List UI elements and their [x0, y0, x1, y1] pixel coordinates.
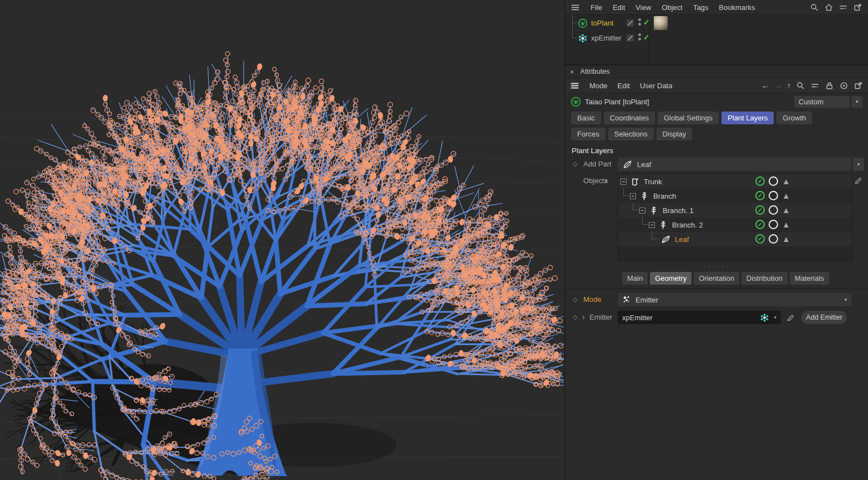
attribute-tabs-row2: Forces Selections Display: [565, 124, 868, 140]
key-diamond-icon[interactable]: ◇: [573, 160, 577, 168]
collapse-expander-icon[interactable]: [649, 222, 655, 228]
up-arrow-icon[interactable]: ↑: [787, 81, 791, 90]
viewport-canvas[interactable]: [0, 0, 564, 480]
layer-row-trunk[interactable]: Trunk ✓ ▲: [618, 174, 852, 189]
subtab-materials[interactable]: Materials: [790, 272, 829, 285]
layer-name[interactable]: Trunk: [644, 178, 662, 186]
om-menu-bookmarks[interactable]: Bookmarks: [719, 3, 755, 12]
tab-growth[interactable]: Growth: [776, 112, 812, 124]
object-name-xpemitter[interactable]: xpEmitter: [591, 34, 622, 42]
filter-icon[interactable]: [810, 81, 820, 90]
enabled-check-icon[interactable]: ✓: [643, 18, 650, 27]
add-emitter-button[interactable]: Add Emitter: [801, 311, 847, 324]
object-list: toPlant ✓ xpEmitter ✓: [565, 15, 868, 64]
object-name-toplant[interactable]: toPlant: [591, 19, 613, 27]
layer-circle-toggle-icon[interactable]: [769, 234, 778, 244]
attributes-menubar: Mode Edit User Data ← → ↑: [565, 78, 868, 93]
tab-selections[interactable]: Selections: [608, 128, 654, 140]
layer-row-branch[interactable]: Branch ✓ ▲: [618, 189, 852, 203]
layer-toggle-icon[interactable]: [627, 19, 634, 27]
layer-circle-toggle-icon[interactable]: [769, 205, 778, 215]
layer-circle-toggle-icon[interactable]: [769, 176, 778, 186]
layer-circle-toggle-icon[interactable]: [769, 191, 778, 200]
layer-triangle-toggle-icon[interactable]: ▲: [782, 205, 790, 215]
layer-enabled-icon[interactable]: ✓: [755, 220, 765, 229]
panel-resize-handle[interactable]: · · · · · ·: [565, 265, 868, 270]
subtab-orientation[interactable]: Orientation: [694, 272, 739, 285]
visibility-dots-icon[interactable]: [638, 33, 641, 41]
home-icon[interactable]: [824, 3, 834, 12]
popout-panel-icon[interactable]: [853, 3, 862, 12]
tab-display[interactable]: Display: [657, 128, 693, 140]
tab-plant-layers[interactable]: Plant Layers: [721, 112, 774, 124]
eyedropper-icon[interactable]: [854, 175, 864, 185]
attribute-tabs-row1: Basic Coordinates Global Settings Plant …: [565, 110, 868, 124]
search-icon[interactable]: [796, 81, 805, 90]
layer-name[interactable]: Branch. 1: [663, 206, 694, 215]
filter-icon[interactable]: [839, 3, 848, 12]
mode-dropdown[interactable]: Emitter ▾: [618, 293, 851, 306]
add-part-dropdown-arrow[interactable]: ▾: [853, 158, 864, 171]
layer-triangle-toggle-icon[interactable]: ▲: [782, 234, 790, 244]
layer-enabled-icon[interactable]: ✓: [755, 234, 765, 244]
target-icon[interactable]: [839, 81, 849, 90]
tab-forces[interactable]: Forces: [571, 128, 605, 140]
layer-name[interactable]: Leaf: [675, 235, 689, 244]
layer-triangle-toggle-icon[interactable]: ▲: [782, 191, 790, 200]
tab-global-settings[interactable]: Global Settings: [658, 112, 719, 124]
object-title: Taiao Plant [toPlant]: [585, 98, 649, 106]
lock-icon[interactable]: [825, 81, 834, 90]
om-menu-tags[interactable]: Tags: [693, 3, 708, 12]
object-row-xpemitter[interactable]: xpEmitter ✓: [565, 31, 649, 46]
forward-arrow-icon[interactable]: →: [774, 81, 782, 90]
expand-chevron-icon[interactable]: ›: [582, 312, 585, 321]
layer-name[interactable]: Branch: [653, 192, 676, 200]
om-menu-file[interactable]: File: [591, 3, 602, 12]
collapse-expander-icon[interactable]: [630, 193, 636, 199]
layer-row-branch-2[interactable]: Branch. 2 ✓ ▲: [618, 218, 852, 232]
search-icon[interactable]: [810, 3, 819, 12]
om-menu-object[interactable]: Object: [662, 3, 683, 12]
add-part-dropdown[interactable]: Leaf: [618, 158, 851, 171]
tab-coordinates[interactable]: Coordinates: [604, 112, 655, 124]
layer-toggle-icon[interactable]: [627, 34, 634, 42]
object-row-toplant[interactable]: toPlant ✓: [565, 16, 649, 31]
material-thumbnail[interactable]: [654, 16, 668, 30]
preset-dropdown-arrow[interactable]: ▾: [851, 96, 862, 108]
emitter-link-field[interactable]: xpEmitter ▾: [618, 311, 781, 324]
subtab-geometry[interactable]: Geometry: [650, 272, 692, 285]
enabled-check-icon[interactable]: ✓: [643, 33, 650, 42]
layer-enabled-icon[interactable]: ✓: [755, 176, 765, 186]
layer-triangle-toggle-icon[interactable]: ▲: [782, 176, 790, 186]
collapse-expander-icon[interactable]: [620, 179, 627, 185]
layer-triangle-toggle-icon[interactable]: ▲: [782, 220, 790, 229]
objects-chevron-icon[interactable]: ›: [605, 176, 608, 185]
om-menu-edit[interactable]: Edit: [613, 3, 625, 12]
hamburger-menu-icon[interactable]: [571, 3, 580, 12]
layer-row-leaf[interactable]: Leaf ✓ ▲: [618, 232, 852, 246]
collapse-expander-icon[interactable]: [639, 208, 645, 214]
back-arrow-icon[interactable]: ←: [761, 81, 769, 90]
layer-enabled-icon[interactable]: ✓: [755, 191, 765, 200]
attr-menu-edit[interactable]: Edit: [618, 82, 630, 90]
popout-panel-icon[interactable]: [854, 81, 863, 90]
layer-row-branch-1[interactable]: Branch. 1 ✓ ▲: [618, 203, 852, 218]
eyedropper-icon[interactable]: [786, 312, 796, 322]
attr-menu-userdata[interactable]: User Data: [640, 82, 673, 90]
visibility-dots-icon[interactable]: [638, 18, 641, 26]
subtab-distribution[interactable]: Distribution: [741, 272, 788, 285]
key-diamond-icon[interactable]: ◇: [573, 314, 577, 321]
tab-basic[interactable]: Basic: [571, 112, 601, 124]
attr-menu-mode[interactable]: Mode: [589, 82, 608, 90]
key-diamond-icon[interactable]: ◇: [573, 296, 577, 303]
layer-enabled-icon[interactable]: ✓: [755, 205, 765, 215]
layer-circle-toggle-icon[interactable]: [769, 220, 778, 229]
viewport-3d[interactable]: [0, 0, 564, 480]
layer-name[interactable]: Branch. 2: [672, 221, 703, 229]
om-menu-view[interactable]: View: [635, 3, 651, 12]
close-icon[interactable]: ×: [570, 68, 574, 75]
preset-dropdown[interactable]: Custom: [794, 96, 850, 108]
hamburger-menu-icon[interactable]: [570, 81, 579, 90]
subtab-main[interactable]: Main: [622, 272, 648, 285]
emitter-dropdown-arrow-icon[interactable]: ▾: [774, 315, 776, 320]
